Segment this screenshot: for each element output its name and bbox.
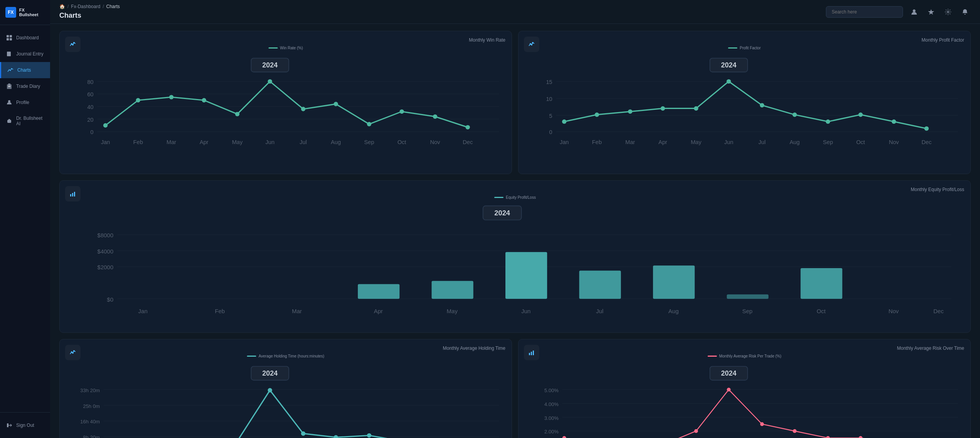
svg-point-4: [9, 69, 10, 70]
svg-rect-110: [358, 284, 399, 299]
svg-text:Jan: Jan: [560, 139, 569, 145]
holding-time-legend-label: Average Holding Time (hours:minutes): [258, 354, 324, 358]
svg-point-42: [301, 107, 305, 111]
svg-marker-19: [928, 9, 934, 15]
breadcrumb-parent: Fx-Dashboard: [71, 4, 100, 9]
sidebar-item-sign-out[interactable]: Sign Out: [0, 417, 50, 433]
svg-text:2024: 2024: [721, 369, 737, 377]
profit-factor-legend-dot: [728, 47, 737, 49]
equity-pl-svg-wrap: 2024 $8000 $4000 $2000 $0: [66, 203, 964, 326]
svg-text:Aug: Aug: [668, 308, 679, 314]
svg-text:Oct: Oct: [398, 139, 406, 145]
svg-text:Apr: Apr: [658, 139, 667, 145]
logo-text: FX Bullsheet: [19, 8, 45, 17]
svg-point-38: [169, 95, 173, 99]
svg-rect-1: [10, 35, 12, 37]
svg-point-130: [72, 352, 73, 353]
sidebar-item-journal-label: Journal Entry: [16, 51, 44, 57]
sidebar-item-charts[interactable]: Charts: [0, 62, 50, 78]
svg-point-185: [562, 436, 566, 438]
holding-time-icon-badge: [65, 345, 81, 360]
sidebar: FX FX Bullsheet Dashboard Journal Entry …: [0, 0, 50, 438]
svg-text:0: 0: [91, 129, 94, 135]
header-left: 🏠 / Fx-Dashboard / Charts Charts: [59, 4, 120, 20]
main-content: 🏠 / Fx-Dashboard / Charts Charts: [50, 0, 980, 438]
svg-text:Sep: Sep: [364, 139, 374, 145]
svg-rect-116: [800, 268, 842, 299]
svg-text:$8000: $8000: [97, 232, 114, 238]
svg-text:4.00%: 4.00%: [544, 401, 559, 407]
svg-text:25h 0m: 25h 0m: [83, 403, 100, 409]
svg-text:$0: $0: [107, 296, 114, 303]
svg-point-152: [367, 433, 371, 438]
equity-pl-legend: Equity Profit/Loss: [66, 195, 964, 200]
svg-text:80: 80: [87, 79, 93, 85]
svg-text:$4000: $4000: [97, 248, 114, 255]
sidebar-item-dr-bullsheet-label: Dr. Bullsheet AI: [16, 116, 44, 126]
svg-point-150: [301, 431, 305, 436]
svg-text:Apr: Apr: [200, 139, 208, 145]
svg-text:Jan: Jan: [101, 139, 110, 145]
breadcrumb-sep2: /: [102, 4, 104, 9]
svg-point-14: [8, 121, 9, 122]
svg-text:May: May: [447, 308, 458, 314]
svg-point-6: [11, 68, 12, 69]
equity-pl-icon-badge: [65, 186, 81, 201]
svg-point-41: [268, 79, 272, 84]
svg-point-40: [235, 112, 239, 116]
svg-text:May: May: [232, 139, 243, 145]
user-icon: [6, 99, 12, 106]
sidebar-item-profile[interactable]: Profile: [0, 94, 50, 111]
svg-point-189: [694, 429, 698, 433]
sidebar-item-dashboard[interactable]: Dashboard: [0, 30, 50, 46]
holding-time-svg-wrap: 2024 33h 20m 25h 0m 16h 40m 8h 20m 0h 0m: [66, 361, 505, 438]
svg-point-81: [826, 119, 830, 124]
svg-text:Jun: Jun: [724, 139, 733, 145]
svg-text:Nov: Nov: [889, 139, 899, 145]
profit-factor-legend: Profit Factor: [525, 46, 964, 50]
chart-line-icon: [7, 67, 13, 73]
sidebar-item-dr-bullsheet[interactable]: Dr. Bullsheet AI: [0, 111, 50, 131]
svg-point-151: [334, 435, 338, 438]
user-profile-icon[interactable]: [908, 6, 920, 18]
svg-text:60: 60: [87, 91, 93, 97]
avg-risk-svg-wrap: 2024 5.00% 4.00% 3.00% 2.00% 1.00% 0.: [525, 361, 964, 438]
search-input[interactable]: [826, 6, 903, 18]
win-rate-svg-wrap: 2024 80 60 40 20 0: [66, 53, 505, 168]
win-rate-icon-badge: [65, 37, 81, 52]
equity-pl-legend-label: Equity Profit/Loss: [506, 195, 536, 200]
sidebar-item-trade-diary[interactable]: Trade Diary: [0, 78, 50, 94]
svg-rect-115: [727, 295, 769, 299]
page-title: Charts: [59, 12, 120, 20]
svg-rect-3: [10, 38, 12, 40]
svg-point-60: [530, 44, 531, 44]
svg-point-84: [924, 126, 928, 131]
avg-risk-icon-badge: [524, 345, 539, 360]
sidebar-logo: FX FX Bullsheet: [0, 0, 50, 25]
sidebar-item-trade-diary-label: Trade Diary: [16, 84, 40, 89]
svg-point-192: [793, 429, 797, 433]
svg-point-82: [858, 112, 863, 117]
svg-text:Dec: Dec: [463, 139, 473, 145]
header: 🏠 / Fx-Dashboard / Charts Charts: [50, 0, 980, 24]
svg-point-77: [694, 106, 698, 111]
svg-text:Feb: Feb: [592, 139, 602, 145]
svg-text:2.00%: 2.00%: [544, 429, 559, 435]
win-rate-legend: Win Rate (%): [66, 46, 505, 50]
svg-rect-8: [8, 84, 10, 85]
svg-text:Nov: Nov: [888, 308, 899, 314]
notification-icon[interactable]: [959, 6, 971, 18]
breadcrumb-current: Charts: [106, 4, 120, 9]
holding-time-legend: Average Holding Time (hours:minutes): [66, 354, 505, 358]
svg-point-131: [74, 351, 74, 351]
svg-text:Nov: Nov: [430, 139, 440, 145]
svg-point-129: [71, 352, 72, 352]
holding-time-legend-dot: [247, 356, 256, 357]
sidebar-item-journal[interactable]: Journal Entry: [0, 46, 50, 62]
settings-icon[interactable]: [942, 6, 954, 18]
svg-rect-97: [70, 194, 71, 196]
svg-rect-98: [72, 193, 73, 196]
star-icon[interactable]: [925, 6, 937, 18]
sidebar-item-dashboard-label: Dashboard: [16, 35, 39, 40]
svg-text:Feb: Feb: [215, 308, 225, 314]
